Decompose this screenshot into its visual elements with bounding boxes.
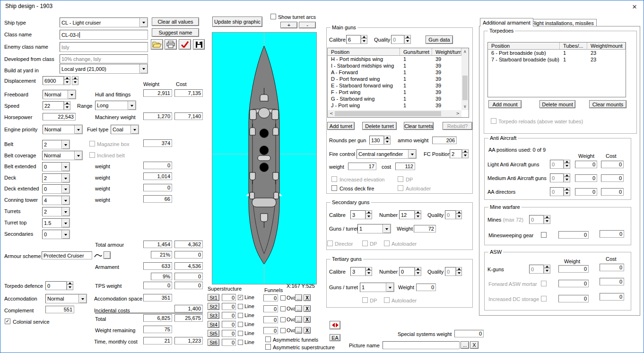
turret-row[interactable]: H - Port midships wing 1 39 [328, 56, 469, 62]
st-button[interactable]: St4 [208, 321, 219, 328]
chevron-down-icon[interactable] [131, 125, 139, 134]
turret-table[interactable]: Position Guns/turret Weight/turre H - Po… [327, 48, 469, 118]
torpedo-row[interactable]: 6 - Port broadside (sub) 1 23 [488, 50, 626, 56]
sec-calibre-input[interactable]: 3 [350, 210, 366, 219]
chevron-down-icon[interactable] [74, 125, 82, 134]
secondaries-armour-select[interactable]: 0 [42, 230, 70, 239]
rounds-spinner[interactable] [384, 136, 391, 145]
chevron-down-icon[interactable] [139, 64, 148, 73]
range-select[interactable]: Long [95, 101, 136, 110]
belt-extended-select[interactable]: 0 [42, 162, 70, 172]
speed-input[interactable]: 22 [43, 101, 64, 110]
update-graphic-button[interactable]: Update ship graphic [212, 17, 262, 27]
accomodation-select[interactable]: Normal [45, 294, 87, 303]
show-turret-arcs-checkbox[interactable] [270, 14, 276, 19]
torpedo-row[interactable]: 7 - Starboard broadside (sub) 1 23 [488, 56, 626, 63]
swap-ends-button[interactable] [330, 321, 340, 329]
line-checkbox[interactable] [238, 304, 243, 309]
chevron-down-icon[interactable] [408, 150, 416, 158]
col-torp-weight[interactable]: Weight/mount [587, 43, 626, 50]
deck-select[interactable]: 2 [42, 173, 70, 183]
aa-directors-input[interactable]: 0 [550, 187, 564, 196]
build-yard-select[interactable]: Local yard (21,000) [60, 64, 148, 74]
chevron-down-icon[interactable] [78, 294, 87, 303]
funnel-browse-button[interactable]: ... [295, 305, 302, 312]
add-mount-button[interactable]: Add mount [488, 100, 522, 108]
picture-name-input[interactable] [383, 341, 460, 349]
st-value-field[interactable]: 0 [222, 321, 236, 328]
oval-checkbox[interactable] [280, 295, 286, 301]
chevron-down-icon[interactable] [128, 101, 136, 110]
tab-additional-armament[interactable]: Additional armament [480, 18, 533, 26]
conning-tower-select[interactable]: 4 [42, 196, 70, 205]
st-button[interactable]: St5 [208, 330, 219, 337]
light-aa-input[interactable]: 0 [550, 160, 564, 169]
funnel-delete-button[interactable]: X [304, 305, 311, 312]
rounds-input[interactable]: 130 [369, 136, 384, 145]
turrets-select[interactable]: 2 [42, 207, 70, 216]
medium-aa-input[interactable]: 0 [550, 173, 564, 182]
torpedo-defence-input[interactable]: 0 [45, 281, 67, 290]
ter-number-spinner[interactable] [415, 267, 421, 276]
ter-quality-input[interactable]: 0 [445, 267, 456, 276]
print-button[interactable] [165, 39, 177, 50]
st-button[interactable]: St3 [208, 312, 219, 319]
belt-coverage-select[interactable]: Normal [42, 151, 83, 160]
chevron-down-icon[interactable] [61, 207, 70, 216]
sec-gpt-select[interactable]: 1 [357, 224, 391, 233]
chevron-down-icon[interactable] [61, 196, 70, 205]
scroll-right-icon[interactable]: > [456, 112, 460, 116]
enemy-class-input[interactable]: Isly [60, 42, 148, 52]
calibre-spinner[interactable] [361, 35, 367, 44]
add-turret-button[interactable]: Add turret [327, 122, 355, 130]
displacement-spinner-2[interactable] [72, 76, 78, 85]
zoom-in-button[interactable]: + [280, 22, 297, 28]
torpedo-table[interactable]: Position Tubes/... Weight/mount 6 - Port… [487, 42, 626, 97]
turret-row[interactable]: E - Starboard forward wing 1 39 [328, 82, 469, 89]
col-torp-position[interactable]: Position [488, 43, 560, 50]
col-guns-turret[interactable]: Guns/turret [400, 48, 432, 56]
chevron-down-icon[interactable] [61, 163, 70, 171]
chevron-down-icon[interactable] [386, 283, 394, 292]
validate-button[interactable] [179, 39, 191, 50]
funnel-value-field[interactable]: 0 [263, 305, 278, 312]
chevron-down-icon[interactable] [383, 224, 391, 233]
turret-row[interactable]: A - Forward 1 39 [328, 69, 469, 76]
torpedo-defence-spinner[interactable] [67, 281, 73, 290]
delete-turret-button[interactable]: Delete turret [362, 122, 397, 130]
freeboard-select[interactable]: Normal [43, 90, 76, 99]
line-checkbox[interactable] [238, 313, 243, 318]
st-value-field[interactable]: 0 [222, 330, 236, 337]
col-torp-tubes[interactable]: Tubes/... [560, 43, 587, 50]
cross-deck-fire-checkbox[interactable] [331, 185, 337, 191]
calibre-input[interactable]: 6 [346, 35, 361, 44]
turret-top-select[interactable]: 1.5 [42, 218, 70, 228]
st-button[interactable]: St2 [208, 303, 219, 310]
delete-mount-button[interactable]: Delete mount [540, 100, 575, 108]
displacement-spinner[interactable] [64, 76, 70, 85]
minesweeping-checkbox[interactable] [541, 232, 547, 238]
class-name-input[interactable]: CL-03-I [60, 30, 148, 40]
funnel-value-field[interactable]: 0 [263, 294, 278, 301]
oval-checkbox[interactable] [280, 328, 286, 333]
mines-spinner[interactable] [544, 215, 550, 224]
sec-quality-input[interactable]: 0 [445, 210, 456, 219]
turret-row[interactable]: I - Starboard midships wing 1 39 [328, 62, 469, 69]
clear-all-values-button[interactable]: Clear all values [152, 17, 199, 26]
line-checkbox[interactable] [238, 295, 243, 300]
st-button[interactable]: St6 [208, 339, 219, 346]
col-weight-turret[interactable]: Weight/turre [432, 48, 461, 56]
aa-directors-spinner[interactable] [564, 187, 570, 196]
fc-positions-spinner[interactable] [462, 149, 469, 158]
chevron-down-icon[interactable] [139, 18, 148, 27]
ter-gpt-select[interactable]: 1 [360, 283, 394, 292]
fc-positions-input[interactable]: 2 [450, 149, 462, 158]
armour-scheme-button[interactable] [104, 251, 111, 259]
st-button[interactable]: St1 [208, 294, 219, 301]
line-checkbox[interactable] [238, 331, 243, 336]
funnel-value-field[interactable]: 0 [263, 327, 278, 334]
oval-checkbox[interactable] [280, 306, 286, 311]
close-button[interactable]: ✕ [626, 0, 644, 13]
light-aa-spinner[interactable] [564, 160, 570, 169]
developed-from-input[interactable]: 10% change, Isly [60, 54, 148, 63]
